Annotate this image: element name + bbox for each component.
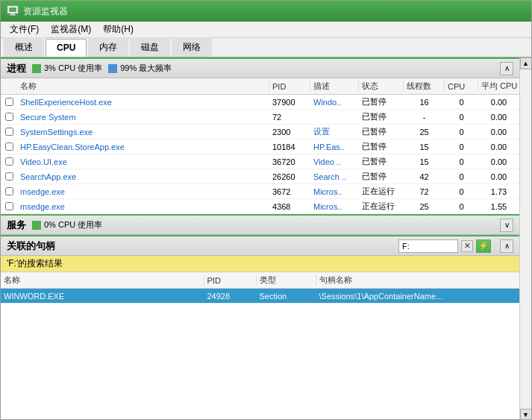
handle-table-body: WINWORD.EXE 24928 Section \Sessions\1\Ap… bbox=[1, 289, 519, 420]
process-cpu-indicator: 3% CPU 使用率 bbox=[32, 63, 102, 74]
row-checkbox[interactable] bbox=[1, 157, 17, 166]
table-row[interactable]: Video.UI.exe 36720 Video .. 已暂停 15 0 0.0… bbox=[1, 154, 519, 169]
col-threads[interactable]: 线程数 bbox=[404, 81, 445, 92]
tab-network[interactable]: 网络 bbox=[172, 37, 212, 57]
process-title: 进程 bbox=[7, 62, 26, 75]
service-title: 服务 bbox=[7, 219, 26, 232]
table-row[interactable]: ShellExperienceHost.exe 37900 Windo.. 已暂… bbox=[1, 95, 519, 110]
tab-cpu[interactable]: CPU bbox=[46, 39, 87, 57]
table-row[interactable]: Secure System 72 已暂停 - 0 0.00 bbox=[1, 110, 519, 125]
process-freq-indicator: 99% 最大频率 bbox=[108, 63, 172, 74]
col-name[interactable]: 名称 bbox=[17, 81, 269, 92]
row-pid: 37900 bbox=[269, 98, 310, 107]
row-status: 已暂停 bbox=[359, 156, 404, 167]
table-row[interactable]: msedge.exe 4368 Micros.. 正在运行 25 0 1.55 bbox=[1, 199, 519, 214]
menu-monitor[interactable]: 监视器(M) bbox=[45, 22, 97, 37]
table-row[interactable]: msedge.exe 3672 Micros.. 正在运行 72 0 1.73 bbox=[1, 184, 519, 199]
tab-memory[interactable]: 内存 bbox=[88, 37, 128, 57]
row-threads: 15 bbox=[404, 142, 445, 151]
row-threads: 16 bbox=[404, 98, 445, 107]
row-checkbox[interactable] bbox=[1, 113, 17, 121]
handle-row-handlename: \Sessions\1\AppContainerName... bbox=[316, 292, 520, 301]
row-checkbox[interactable] bbox=[1, 187, 17, 195]
row-name: HP.EasyClean.StoreApp.exe bbox=[17, 142, 269, 151]
col-avgcpu[interactable]: 平均 CPU bbox=[478, 81, 519, 92]
row-status: 已暂停 bbox=[359, 171, 404, 182]
row-avgcpu: 0.00 bbox=[478, 128, 519, 137]
handle-collapse-button[interactable]: ∧ bbox=[500, 239, 513, 253]
row-name: msedge.exe bbox=[17, 187, 269, 196]
menu-bar: 文件(F) 监视器(M) 帮助(H) bbox=[1, 22, 531, 38]
service-section: 服务 0% CPU 使用率 ∨ bbox=[1, 214, 519, 235]
handle-col-name[interactable]: 名称 bbox=[1, 275, 204, 286]
process-table-header: 名称 PID 描述 状态 线程数 CPU 平均 CPU bbox=[1, 78, 519, 95]
row-avgcpu: 1.73 bbox=[478, 187, 519, 196]
handle-title: 关联的句柄 bbox=[7, 239, 55, 253]
row-cpu: 0 bbox=[445, 157, 478, 166]
row-desc: 设置 bbox=[310, 126, 359, 137]
row-avgcpu: 0.00 bbox=[478, 157, 519, 166]
search-result-bar: 'F:'的搜索结果 bbox=[1, 256, 519, 272]
handle-col-handlename[interactable]: 句柄名称 bbox=[316, 275, 520, 286]
handle-search-go-button[interactable]: ⚡ bbox=[476, 239, 491, 253]
right-scrollbar[interactable]: ▲ ▼ bbox=[519, 57, 531, 420]
handle-search-clear-button[interactable]: ✕ bbox=[461, 240, 473, 252]
row-cpu: 0 bbox=[445, 113, 478, 122]
row-checkbox[interactable] bbox=[1, 128, 17, 136]
service-collapse-button[interactable]: ∨ bbox=[500, 219, 513, 232]
col-desc[interactable]: 描述 bbox=[310, 81, 359, 92]
handle-row-type: Section bbox=[257, 292, 316, 301]
row-desc: Windo.. bbox=[310, 98, 359, 107]
tab-disk[interactable]: 磁盘 bbox=[130, 37, 170, 57]
scroll-down-button[interactable]: ▼ bbox=[520, 409, 532, 420]
table-row[interactable]: HP.EasyClean.StoreApp.exe 10184 HP.Eas..… bbox=[1, 140, 519, 154]
tab-overview[interactable]: 概述 bbox=[4, 37, 44, 57]
row-pid: 3672 bbox=[269, 187, 310, 196]
row-pid: 4368 bbox=[269, 202, 310, 211]
row-pid: 2300 bbox=[269, 128, 310, 137]
col-cpu[interactable]: CPU bbox=[445, 82, 478, 91]
freq-blue-icon bbox=[108, 64, 117, 73]
handle-row-name: WINWORD.EXE bbox=[1, 292, 204, 301]
row-checkbox[interactable] bbox=[1, 202, 17, 210]
row-checkbox[interactable] bbox=[1, 172, 17, 181]
row-pid: 72 bbox=[269, 113, 310, 122]
menu-file[interactable]: 文件(F) bbox=[4, 22, 45, 37]
handle-table-row[interactable]: WINWORD.EXE 24928 Section \Sessions\1\Ap… bbox=[1, 289, 519, 304]
svg-rect-2 bbox=[10, 13, 15, 15]
row-cpu: 0 bbox=[445, 172, 478, 181]
row-threads: 25 bbox=[404, 128, 445, 137]
table-row[interactable]: SystemSettings.exe 2300 设置 已暂停 25 0 0.00 bbox=[1, 125, 519, 140]
col-status[interactable]: 状态 bbox=[359, 81, 404, 92]
row-name: msedge.exe bbox=[17, 202, 269, 211]
handle-search-box: ✕ ⚡ bbox=[398, 239, 491, 253]
service-cpu-usage: 0% CPU 使用率 bbox=[44, 219, 102, 231]
handle-section: 关联的句柄 ✕ ⚡ ∧ 'F:'的搜索结果 名称 PID 类型 句柄名称 WIN… bbox=[1, 235, 519, 420]
title-text: 资源监视器 bbox=[23, 5, 68, 18]
cpu-green-icon bbox=[32, 64, 41, 73]
left-panel: 进程 3% CPU 使用率 99% 最大频率 ∧ 名称 PID 描述 状态 线程… bbox=[1, 57, 519, 420]
title-bar: 资源监视器 bbox=[1, 1, 531, 22]
row-threads: 72 bbox=[404, 187, 445, 196]
process-collapse-button[interactable]: ∧ bbox=[500, 62, 513, 75]
table-row[interactable]: SearchApp.exe 26260 Search .. 已暂停 42 0 0… bbox=[1, 169, 519, 184]
service-cpu-indicator: 0% CPU 使用率 bbox=[32, 219, 102, 231]
row-pid: 10184 bbox=[269, 142, 310, 151]
row-cpu: 0 bbox=[445, 202, 478, 211]
row-threads: - bbox=[404, 113, 445, 122]
row-threads: 15 bbox=[404, 157, 445, 166]
row-status: 已暂停 bbox=[359, 96, 404, 107]
process-section-header: 进程 3% CPU 使用率 99% 最大频率 ∧ bbox=[1, 57, 519, 78]
handle-col-pid[interactable]: PID bbox=[204, 276, 257, 285]
tab-bar: 概述 CPU 内存 磁盘 网络 bbox=[1, 38, 531, 57]
handle-search-input[interactable] bbox=[398, 239, 458, 253]
row-checkbox[interactable] bbox=[1, 98, 17, 106]
handle-col-type[interactable]: 类型 bbox=[257, 275, 316, 286]
menu-help[interactable]: 帮助(H) bbox=[97, 22, 140, 37]
main-content: 进程 3% CPU 使用率 99% 最大频率 ∧ 名称 PID 描述 状态 线程… bbox=[1, 57, 531, 420]
scroll-up-button[interactable]: ▲ bbox=[520, 57, 532, 69]
row-desc: Search .. bbox=[310, 172, 359, 181]
row-checkbox[interactable] bbox=[1, 142, 17, 151]
col-pid[interactable]: PID bbox=[269, 82, 310, 91]
row-avgcpu: 0.00 bbox=[478, 172, 519, 181]
